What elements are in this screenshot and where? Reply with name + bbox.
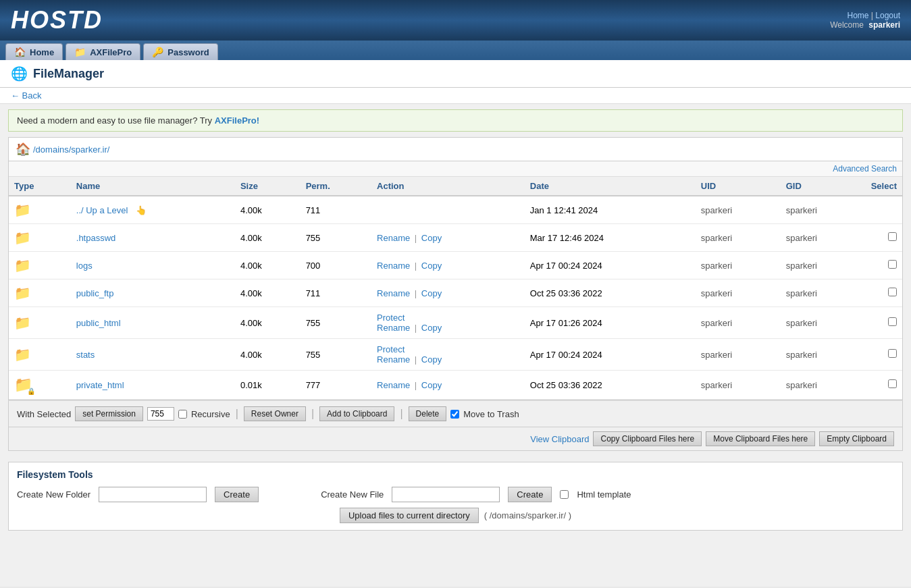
file-type-cell: 📁 bbox=[9, 252, 71, 279]
html-template-checkbox[interactable] bbox=[560, 490, 569, 499]
protect-action-link[interactable]: Protect bbox=[377, 313, 405, 323]
table-row: 📁logs4.00k700Rename | CopyApr 17 00:24 2… bbox=[9, 252, 902, 279]
create-file-button[interactable]: Create bbox=[508, 487, 552, 502]
view-clipboard-link[interactable]: View Clipboard bbox=[530, 434, 589, 444]
advanced-search-bar[interactable]: Advanced Search bbox=[9, 161, 902, 177]
page-globe-icon: 🌐 bbox=[11, 65, 28, 82]
file-name-cell: stats bbox=[71, 339, 235, 371]
file-name-link[interactable]: stats bbox=[76, 350, 95, 360]
file-date-cell: Oct 25 03:36 2022 bbox=[525, 279, 696, 307]
nav-axfilepro[interactable]: 📁 AXFilePro bbox=[66, 43, 140, 60]
separator: | bbox=[871, 11, 873, 20]
file-name-link[interactable]: ../ Up a Level bbox=[76, 205, 128, 215]
create-folder-label: Create New Folder bbox=[17, 489, 90, 500]
copy-action-link[interactable]: Copy bbox=[421, 380, 442, 390]
rename-action-link[interactable]: Rename bbox=[377, 323, 410, 333]
protect-action-link[interactable]: Protect bbox=[377, 344, 405, 354]
create-folder-input[interactable] bbox=[99, 487, 207, 502]
file-size-cell: 4.00k bbox=[235, 307, 301, 339]
col-action[interactable]: Action bbox=[371, 177, 525, 196]
move-to-trash-checkbox[interactable] bbox=[450, 410, 459, 419]
logout-link[interactable]: Logout bbox=[875, 11, 900, 20]
file-perm-cell: 777 bbox=[301, 371, 371, 400]
file-select-checkbox[interactable] bbox=[888, 232, 897, 241]
path-home-icon[interactable]: 🏠 bbox=[16, 142, 30, 157]
create-folder-button[interactable]: Create bbox=[215, 487, 259, 502]
file-select-checkbox[interactable] bbox=[888, 260, 897, 269]
set-permission-button[interactable]: set Permission bbox=[75, 406, 143, 421]
file-gid-cell: sparkeri bbox=[781, 252, 866, 279]
home-link[interactable]: Home bbox=[847, 11, 868, 20]
col-uid[interactable]: UID bbox=[696, 177, 781, 196]
file-table-body: 📁../ Up a Level 👆4.00k711Jan 1 12:41 202… bbox=[9, 196, 902, 400]
permission-input[interactable] bbox=[147, 407, 174, 421]
recursive-checkbox[interactable] bbox=[178, 410, 187, 419]
copy-action-link[interactable]: Copy bbox=[421, 288, 442, 298]
col-date[interactable]: Date bbox=[525, 177, 696, 196]
file-uid-cell: sparkeri bbox=[696, 252, 781, 279]
col-select[interactable]: Select bbox=[866, 177, 902, 196]
rename-action-link[interactable]: Rename bbox=[377, 288, 410, 298]
file-date-cell: Apr 17 01:26 2024 bbox=[525, 307, 696, 339]
move-clipboard-here-button[interactable]: Move Clipboard Files here bbox=[706, 431, 815, 446]
welcome-text: Welcome bbox=[830, 20, 864, 30]
path-segment[interactable]: /domains/sparker.ir/ bbox=[33, 144, 109, 155]
nav-axfilepro-label: AXFilePro bbox=[90, 47, 132, 57]
file-perm-cell: 755 bbox=[301, 339, 371, 371]
nav-home[interactable]: 🏠 Home bbox=[5, 43, 63, 60]
rename-action-link[interactable]: Rename bbox=[377, 261, 410, 271]
sep3: | bbox=[400, 408, 402, 420]
upload-row: Upload files to current directory ( /dom… bbox=[17, 508, 894, 523]
copy-action-link[interactable]: Copy bbox=[421, 261, 442, 271]
rename-action-link[interactable]: Rename bbox=[377, 380, 410, 390]
file-perm-cell: 711 bbox=[301, 279, 371, 307]
file-name-link[interactable]: logs bbox=[76, 261, 93, 271]
action-separator: | bbox=[412, 261, 419, 271]
copy-action-link[interactable]: Copy bbox=[421, 323, 442, 333]
file-gid-cell: sparkeri bbox=[781, 279, 866, 307]
file-select-checkbox[interactable] bbox=[888, 349, 897, 358]
file-name-link[interactable]: public_ftp bbox=[76, 288, 114, 298]
fs-tools-title: Filesystem Tools bbox=[17, 469, 894, 480]
col-size[interactable]: Size bbox=[235, 177, 301, 196]
file-name-link[interactable]: .htpasswd bbox=[76, 233, 116, 243]
move-to-trash-label: Move to Trash bbox=[463, 409, 519, 419]
back-link[interactable]: ← Back bbox=[11, 90, 42, 101]
col-type[interactable]: Type bbox=[9, 177, 71, 196]
file-date-cell: Apr 17 00:24 2024 bbox=[525, 339, 696, 371]
file-select-checkbox[interactable] bbox=[888, 288, 897, 296]
nav-password[interactable]: 🔑 Password bbox=[143, 43, 217, 60]
file-uid-cell: sparkeri bbox=[696, 307, 781, 339]
copy-action-link[interactable]: Copy bbox=[421, 233, 442, 243]
file-select-checkbox[interactable] bbox=[888, 379, 897, 388]
upload-button[interactable]: Upload files to current directory bbox=[340, 508, 479, 523]
folder-icon: 📁 bbox=[14, 230, 31, 245]
col-gid[interactable]: GID bbox=[781, 177, 866, 196]
file-date-cell: Apr 17 00:24 2024 bbox=[525, 252, 696, 279]
create-file-input[interactable] bbox=[392, 487, 500, 502]
file-uid-cell: sparkeri bbox=[696, 224, 781, 252]
create-file-label: Create New File bbox=[321, 489, 384, 500]
file-name-cell: .htpasswd bbox=[71, 224, 235, 252]
reset-owner-button[interactable]: Reset Owner bbox=[244, 406, 306, 421]
axfilepro-nav-icon: 📁 bbox=[74, 47, 86, 57]
action-separator: | bbox=[412, 233, 419, 243]
file-select-checkbox[interactable] bbox=[888, 317, 897, 326]
col-perm[interactable]: Perm. bbox=[301, 177, 371, 196]
file-uid-cell: sparkeri bbox=[696, 279, 781, 307]
col-name[interactable]: Name bbox=[71, 177, 235, 196]
file-type-cell: 📁 bbox=[9, 307, 71, 339]
add-to-clipboard-button[interactable]: Add to Clipboard bbox=[319, 406, 394, 421]
promo-link[interactable]: AXFilePro! bbox=[215, 115, 259, 126]
table-row: 📁public_html4.00k755ProtectRename | Copy… bbox=[9, 307, 902, 339]
copy-action-link[interactable]: Copy bbox=[421, 354, 442, 365]
copy-clipboard-here-button[interactable]: Copy Clipboard Files here bbox=[593, 431, 702, 446]
delete-button[interactable]: Delete bbox=[409, 406, 447, 421]
content: 🌐 FileManager ← Back Need a modern and e… bbox=[0, 60, 911, 587]
file-name-link[interactable]: private_html bbox=[76, 380, 124, 390]
file-name-link[interactable]: public_html bbox=[76, 318, 121, 328]
empty-clipboard-button[interactable]: Empty Clipboard bbox=[819, 431, 894, 446]
rename-action-link[interactable]: Rename bbox=[377, 233, 410, 243]
rename-action-link[interactable]: Rename bbox=[377, 354, 410, 365]
file-action-cell bbox=[371, 196, 525, 224]
